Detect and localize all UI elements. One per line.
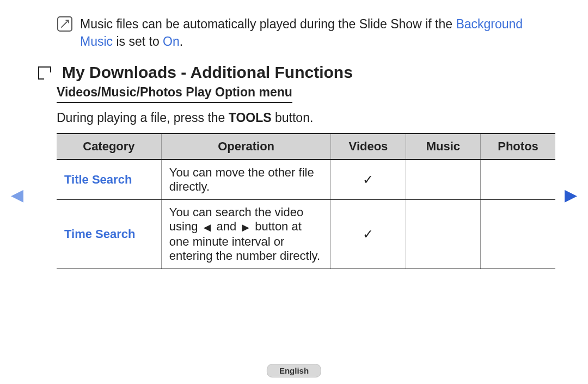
note-text: Music files can be automatically played …: [80, 15, 555, 50]
options-table: Category Operation Videos Music Photos T…: [57, 133, 555, 269]
section-body: During playing a file, press the TOOLS b…: [57, 111, 555, 125]
th-operation: Operation: [161, 133, 330, 160]
row0-music: [406, 160, 480, 200]
row1-photos: [481, 200, 555, 269]
nav-prev-icon[interactable]: ◀: [11, 185, 23, 204]
row1-videos: ✓: [331, 200, 406, 269]
section-row: My Downloads - Additional Functions: [38, 63, 555, 85]
note-mid: is set to: [113, 34, 163, 48]
section-subtitle: Videos/Music/Photos Play Option menu: [57, 85, 292, 103]
note-suffix: .: [180, 34, 183, 48]
table-row: Time Search You can search the video usi…: [57, 200, 555, 269]
row0-operation: You can move the other file directly.: [161, 160, 330, 200]
th-videos: Videos: [331, 133, 406, 160]
note-row: Music files can be automatically played …: [57, 15, 555, 50]
row0-category: Title Search: [57, 160, 161, 200]
body-prefix: During playing a file, press the: [57, 111, 229, 125]
language-badge: English: [267, 364, 321, 377]
note-icon: [57, 16, 72, 32]
row0-videos: ✓: [331, 160, 406, 200]
note-link-on: On: [163, 34, 180, 48]
triangle-right-icon: ►: [240, 221, 252, 235]
note-prefix: Music files can be automatically played …: [80, 17, 456, 31]
row1-op-mid: and: [213, 220, 240, 233]
section-bullet-icon: [38, 66, 51, 80]
row1-operation: You can search the video using ◄ and ► b…: [161, 200, 330, 269]
th-music: Music: [406, 133, 480, 160]
table-row: Title Search You can move the other file…: [57, 160, 555, 200]
body-suffix: button.: [272, 111, 314, 125]
th-photos: Photos: [481, 133, 555, 160]
triangle-left-icon: ◄: [201, 221, 213, 235]
body-bold: TOOLS: [229, 111, 272, 125]
section-title: My Downloads - Additional Functions: [62, 63, 555, 82]
nav-next-icon[interactable]: ▶: [565, 185, 577, 204]
row1-music: [406, 200, 480, 269]
row0-photos: [481, 160, 555, 200]
table-header-row: Category Operation Videos Music Photos: [57, 133, 555, 160]
row1-category: Time Search: [57, 200, 161, 269]
th-category: Category: [57, 133, 161, 160]
